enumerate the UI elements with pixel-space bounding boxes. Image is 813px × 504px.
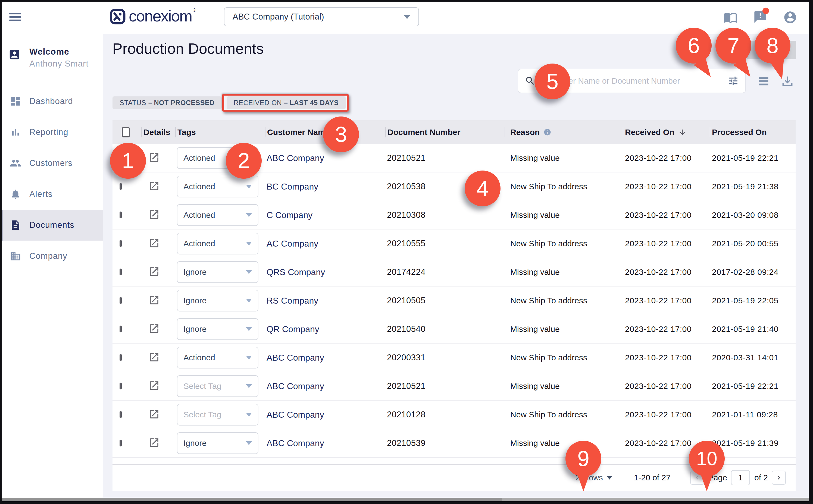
- sidebar-item-label: Documents: [29, 220, 74, 230]
- row-checkbox[interactable]: [120, 297, 122, 304]
- next-page-button[interactable]: [772, 471, 786, 485]
- page-title: Production Documents: [112, 40, 263, 57]
- feedback-icon-wrap[interactable]: [753, 10, 767, 25]
- sidebar-item-reporting[interactable]: Reporting: [0, 117, 103, 148]
- open-in-new-icon[interactable]: [148, 180, 160, 192]
- col-header-processed-on[interactable]: Processed On: [710, 120, 796, 144]
- col-header-received-on[interactable]: Received On: [623, 120, 710, 144]
- chevron-down-icon: [246, 441, 252, 445]
- notification-dot: [762, 8, 769, 14]
- sidebar-nav: Dashboard Reporting Customers Alerts Doc…: [0, 86, 103, 272]
- col-header-tags[interactable]: Tags: [175, 120, 265, 144]
- sidebar-item-documents[interactable]: Documents: [0, 210, 103, 241]
- building-icon: [10, 250, 21, 262]
- row-checkbox[interactable]: [120, 383, 122, 389]
- row-checkbox[interactable]: [120, 212, 122, 218]
- topbar: conexiom ® ABC Company (Tutorial): [103, 0, 813, 34]
- received-on-value: 2023-10-22 17:00: [623, 210, 710, 220]
- document-number: 20210521: [385, 381, 505, 391]
- open-in-new-icon[interactable]: [148, 351, 160, 363]
- customer-name-link[interactable]: BC Company: [265, 182, 385, 192]
- tag-select[interactable]: Select Tag: [177, 404, 258, 426]
- received-on-value: 2023-10-22 17:00: [623, 382, 710, 391]
- tag-select[interactable]: Actioned: [177, 176, 258, 197]
- tag-select[interactable]: Actioned: [177, 233, 258, 254]
- row-checkbox[interactable]: [120, 440, 122, 446]
- row-checkbox[interactable]: [120, 411, 122, 418]
- tune-icon[interactable]: [727, 75, 739, 87]
- document-number: 20210540: [385, 324, 505, 334]
- col-header-reason[interactable]: Reason: [505, 120, 623, 144]
- tag-select[interactable]: Select Tag: [177, 375, 258, 397]
- document-number: 20210539: [385, 438, 505, 448]
- customer-name-link[interactable]: AC Company: [265, 239, 385, 249]
- horizontal-scrollbar[interactable]: [2, 498, 809, 501]
- filter-chip-status[interactable]: STATUS = NOT PROCESSED: [112, 96, 222, 109]
- chevron-down-icon: [607, 476, 612, 480]
- tag-select[interactable]: Ignore: [177, 261, 258, 283]
- list-icon[interactable]: [757, 74, 771, 88]
- open-in-new-icon[interactable]: [148, 266, 160, 277]
- sidebar-item-company[interactable]: Company: [0, 241, 103, 272]
- open-in-new-icon[interactable]: [148, 323, 160, 334]
- reason-value: Missing value: [505, 153, 623, 163]
- processed-on-value: 2021-05-19 21:39: [710, 439, 796, 448]
- document-number: 20210308: [385, 210, 505, 220]
- filter-chip-received-on[interactable]: RECEIVED ON = LAST 45 DAYS: [227, 96, 345, 109]
- tag-select[interactable]: Actioned: [177, 347, 258, 368]
- row-checkbox[interactable]: [120, 240, 122, 247]
- customer-name-link[interactable]: QRS Company: [265, 267, 385, 277]
- open-in-new-icon[interactable]: [148, 294, 160, 306]
- received-on-value: 2023-10-22 17:00: [623, 182, 710, 191]
- row-checkbox[interactable]: [120, 326, 122, 332]
- company-selector[interactable]: ABC Company (Tutorial): [224, 7, 419, 26]
- customer-name-link[interactable]: ABC Company: [265, 410, 385, 420]
- info-icon[interactable]: [544, 128, 551, 136]
- tag-select[interactable]: Ignore: [177, 318, 258, 340]
- customer-name-link[interactable]: RS Company: [265, 296, 385, 306]
- row-checkbox[interactable]: [120, 354, 122, 361]
- chevron-down-icon: [246, 327, 252, 331]
- customer-name-link[interactable]: ABC Company: [265, 438, 385, 448]
- scrollbar-thumb[interactable]: [2, 498, 502, 501]
- open-in-new-icon[interactable]: [148, 437, 160, 448]
- sidebar-item-alerts[interactable]: Alerts: [0, 179, 103, 210]
- customer-name-link[interactable]: ABC Company: [265, 153, 385, 163]
- tag-select[interactable]: Actioned: [177, 204, 258, 226]
- open-in-new-icon[interactable]: [148, 408, 160, 420]
- table-row: Actioned C Company 20210308 Missing valu…: [112, 201, 796, 229]
- col-header-document-number[interactable]: Document Number: [385, 120, 505, 144]
- customer-name-link[interactable]: ABC Company: [265, 381, 385, 391]
- hamburger-icon[interactable]: [9, 13, 21, 22]
- tag-select[interactable]: Ignore: [177, 432, 258, 454]
- sidebar-item-label: Alerts: [29, 189, 52, 199]
- sidebar-item-customers[interactable]: Customers: [0, 148, 103, 179]
- filter-chips: STATUS = NOT PROCESSED RECEIVED ON = LAS…: [112, 96, 345, 109]
- customer-name-link[interactable]: ABC Company: [265, 353, 385, 363]
- open-in-new-icon[interactable]: [148, 380, 160, 391]
- received-on-value: 2023-10-22 17:00: [623, 353, 710, 362]
- tag-select[interactable]: Ignore: [177, 290, 258, 311]
- callout-7: 7: [715, 28, 751, 64]
- avatar-icon[interactable]: [783, 10, 797, 24]
- open-in-new-icon[interactable]: [148, 209, 160, 220]
- row-checkbox[interactable]: [120, 183, 122, 190]
- row-checkbox[interactable]: [120, 269, 122, 275]
- callout-5: 5: [535, 64, 570, 99]
- tag-select-value: Select Tag: [183, 382, 246, 391]
- open-in-new-icon[interactable]: [148, 152, 160, 163]
- table-row: Ignore RS Company 20210505 New Ship To a…: [112, 286, 796, 315]
- tag-select-value: Ignore: [183, 267, 246, 277]
- chevron-down-icon: [246, 413, 252, 417]
- welcome-title: Welcome: [29, 47, 89, 57]
- book-icon[interactable]: [723, 10, 737, 24]
- select-all-checkbox[interactable]: [122, 127, 130, 137]
- page-of-label: of 2: [754, 473, 768, 482]
- sidebar-item-dashboard[interactable]: Dashboard: [0, 86, 103, 117]
- received-on-value: 2023-10-22 17:00: [623, 153, 710, 163]
- customer-name-link[interactable]: C Company: [265, 210, 385, 220]
- page-number-input[interactable]: [731, 470, 750, 485]
- col-header-details[interactable]: Details: [141, 120, 175, 144]
- customer-name-link[interactable]: QR Company: [265, 324, 385, 334]
- open-in-new-icon[interactable]: [148, 237, 160, 249]
